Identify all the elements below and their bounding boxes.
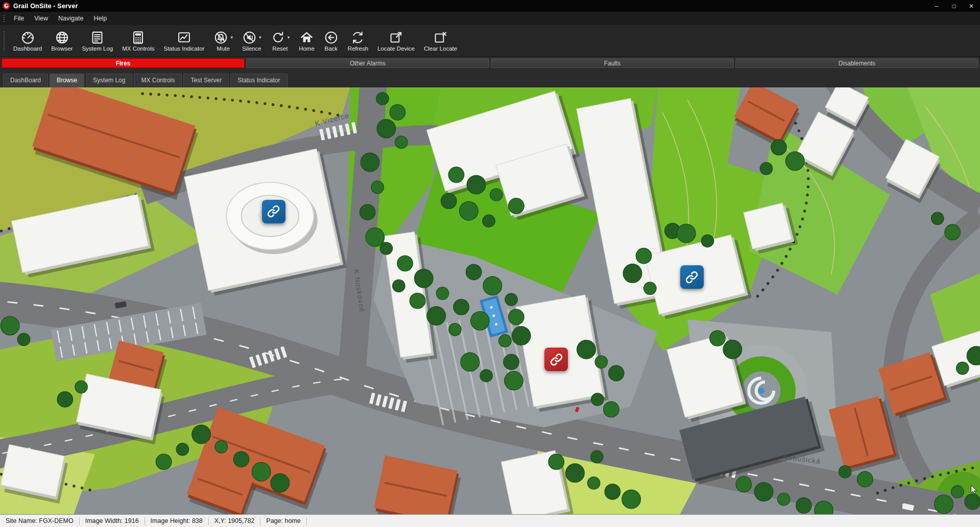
dropdown-caret-icon[interactable]: ▾ xyxy=(230,35,233,40)
toolbar-button-label: Dashboard xyxy=(13,45,42,52)
toolbar: DashboardBrowserSystem LogMX ControlsSta… xyxy=(0,25,980,57)
reset-icon xyxy=(271,30,285,45)
toolbar-button-mx-controls[interactable]: MX Controls xyxy=(117,25,159,56)
link-marker-blue-2[interactable] xyxy=(680,265,704,289)
alarm-segment-other-alarms[interactable]: Other Alarms xyxy=(246,58,489,68)
system-log-icon xyxy=(90,30,105,45)
tab-test-server[interactable]: Test Server xyxy=(183,74,229,87)
toolbar-button-locate-device[interactable]: Locate Device xyxy=(373,25,419,56)
status-field: Page: home xyxy=(260,517,306,525)
dropdown-caret-icon[interactable]: ▾ xyxy=(259,35,261,40)
toolbar-grip-handle[interactable] xyxy=(3,31,5,51)
toolbar-button-label: Status Indicator xyxy=(163,45,204,52)
alarm-segment-fires[interactable]: Fires xyxy=(2,58,245,68)
toolbar-button-browser[interactable]: Browser xyxy=(46,25,77,56)
window-title: Grail OnSite - Server xyxy=(13,3,78,10)
menu-view[interactable]: View xyxy=(29,13,53,24)
title-bar: Grail OnSite - Server ─□✕ xyxy=(0,0,980,12)
toolbar-button-label: Browser xyxy=(51,45,73,52)
toolbar-button-label: Back xyxy=(325,45,338,52)
toolbar-button-dashboard[interactable]: Dashboard xyxy=(9,25,46,56)
close-icon: ✕ xyxy=(969,3,974,10)
browser-globe-icon xyxy=(55,30,69,45)
menu-help[interactable]: Help xyxy=(88,13,112,24)
menu-grip-handle[interactable] xyxy=(3,14,5,22)
link-icon xyxy=(685,270,699,284)
back-icon xyxy=(324,30,339,45)
app-logo-icon xyxy=(3,2,10,10)
status-field: Site Name: FGX-DEMO xyxy=(0,517,80,525)
silence-icon xyxy=(242,30,257,45)
status-field: X,Y: 1905,782 xyxy=(209,517,261,525)
close-button[interactable]: ✕ xyxy=(963,0,980,12)
menu-navigate[interactable]: Navigate xyxy=(53,13,88,24)
tab-dashboard[interactable]: DashBoard xyxy=(3,74,48,87)
toolbar-button-label: Silence xyxy=(242,45,261,52)
toolbar-button-system-log[interactable]: System Log xyxy=(77,25,117,56)
status-field: Image Height: 838 xyxy=(145,517,209,525)
toolbar-button-clear-locate[interactable]: Clear Locate xyxy=(419,25,462,56)
clear-locate-icon xyxy=(433,30,448,45)
toolbar-button-silence[interactable]: ▾Silence xyxy=(237,25,266,56)
tab-system-log[interactable]: System Log xyxy=(86,74,132,87)
status-indicator-icon xyxy=(177,30,192,45)
toolbar-button-label: Reset xyxy=(272,45,288,52)
dashboard-icon xyxy=(20,30,35,45)
toolbar-button-label: Mute xyxy=(217,45,230,52)
status-field: Image Width: 1916 xyxy=(80,517,145,525)
mute-icon xyxy=(213,30,228,45)
device-marker-layer xyxy=(0,87,980,514)
tab-status-indicator[interactable]: Status Indicator xyxy=(230,74,287,87)
tab-browse[interactable]: Browse xyxy=(50,74,84,87)
alarm-summary-bar: FiresOther AlarmsFaultsDisablements xyxy=(0,57,980,70)
toolbar-button-reset[interactable]: ▾Reset xyxy=(266,25,295,56)
locate-device-icon xyxy=(389,30,403,45)
toolbar-button-label: Clear Locate xyxy=(424,45,457,52)
home-icon xyxy=(299,30,314,45)
maximize-button[interactable]: □ xyxy=(945,0,963,12)
menu-file[interactable]: File xyxy=(9,13,29,24)
link-marker-blue-1[interactable] xyxy=(262,200,285,223)
dropdown-caret-icon[interactable]: ▾ xyxy=(288,35,290,40)
link-icon xyxy=(549,353,563,366)
toolbar-button-label: MX Controls xyxy=(122,45,154,52)
tab-strip: DashBoardBrowseSystem LogMX ControlsTest… xyxy=(0,70,980,87)
app-window: Grail OnSite - Server ─□✕ FileViewNaviga… xyxy=(0,0,980,527)
minimize-icon: ─ xyxy=(935,3,939,10)
toolbar-button-label: Refresh xyxy=(348,45,368,52)
alarm-segment-disablements[interactable]: Disablements xyxy=(735,58,978,68)
toolbar-button-back[interactable]: Back xyxy=(319,25,343,56)
link-marker-red-alarm[interactable] xyxy=(544,348,568,371)
window-controls: ─□✕ xyxy=(928,0,980,12)
toolbar-button-home[interactable]: Home xyxy=(294,25,319,56)
toolbar-button-label: System Log xyxy=(82,45,113,52)
refresh-icon xyxy=(350,30,365,45)
map-view[interactable]: K VizerceK NoskovněNebušická xyxy=(0,87,980,514)
menu-items: FileViewNavigateHelp xyxy=(9,13,112,24)
link-icon xyxy=(267,204,280,218)
tab-mx-controls[interactable]: MX Controls xyxy=(134,74,182,87)
toolbar-button-label: Locate Device xyxy=(377,45,415,52)
menu-bar: FileViewNavigateHelp xyxy=(0,12,980,25)
toolbar-buttons: DashboardBrowserSystem LogMX ControlsSta… xyxy=(9,25,462,56)
toolbar-button-status-indicator[interactable]: Status Indicator xyxy=(159,25,209,56)
status-bar: Site Name: FGX-DEMOImage Width: 1916Imag… xyxy=(0,514,980,527)
toolbar-button-label: Home xyxy=(299,45,315,52)
mx-controls-icon xyxy=(131,30,146,45)
maximize-icon: □ xyxy=(952,3,955,10)
toolbar-button-mute[interactable]: ▾Mute xyxy=(209,25,237,56)
minimize-button[interactable]: ─ xyxy=(928,0,945,12)
alarm-segment-faults[interactable]: Faults xyxy=(491,58,734,68)
toolbar-button-refresh[interactable]: Refresh xyxy=(343,25,373,56)
